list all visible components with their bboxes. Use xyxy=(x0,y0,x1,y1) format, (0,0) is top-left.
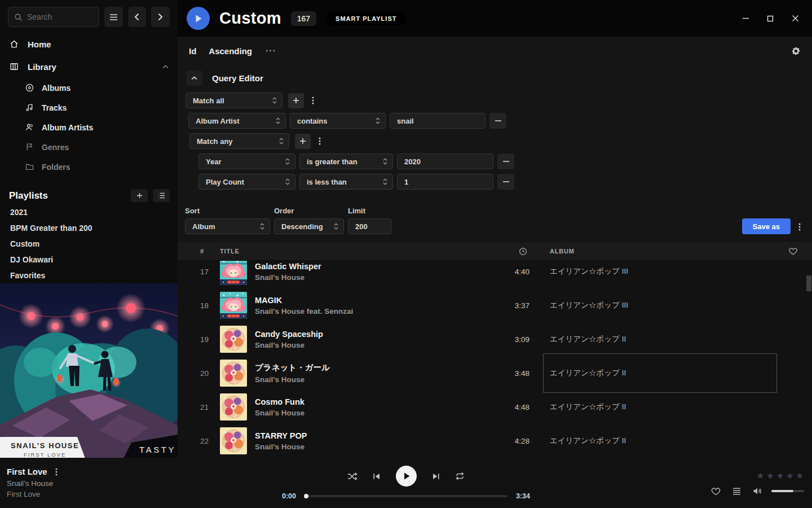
track-album[interactable]: エイリアン☆ポップ II xyxy=(550,424,787,458)
star-icon[interactable]: ★ xyxy=(786,471,794,481)
now-playing-options-kebab[interactable] xyxy=(55,468,58,476)
settings-gear-icon[interactable] xyxy=(791,46,801,56)
group-options-kebab[interactable] xyxy=(308,93,318,108)
duration-clock-icon[interactable] xyxy=(519,247,531,256)
match-any-select[interactable]: Match any xyxy=(189,133,289,149)
track-album-focused[interactable]: エイリアン☆ポップ II xyxy=(550,356,787,390)
track-number: 17 xyxy=(200,268,220,276)
volume-icon[interactable] xyxy=(753,487,763,495)
add-rule-button[interactable] xyxy=(288,93,304,108)
track-row[interactable]: 21 Cosmo Funk Snail’s House 4:48 エイリアン☆ポ… xyxy=(178,390,812,424)
nav-back-button[interactable] xyxy=(128,7,147,27)
now-playing-artwork[interactable]: SNAIL'S HOUSE FIRST LOVE TASTY xyxy=(0,283,178,458)
rule-field-select[interactable]: Album Artist xyxy=(188,113,286,129)
order-select[interactable]: Descending xyxy=(274,218,344,234)
rule-operator-select[interactable]: contains xyxy=(290,113,386,129)
add-rule-button[interactable] xyxy=(295,134,311,149)
rule-operator-select[interactable]: is less than xyxy=(299,174,393,190)
volume-slider[interactable] xyxy=(771,490,804,492)
playlist-item[interactable]: BPM Greater than 200 xyxy=(0,220,178,236)
group-options-kebab[interactable] xyxy=(315,134,325,149)
search-input[interactable] xyxy=(27,12,93,21)
now-playing-album[interactable]: First Love xyxy=(7,490,271,498)
nav-forward-button[interactable] xyxy=(151,7,170,27)
star-icon[interactable]: ★ xyxy=(776,471,784,481)
minimize-button[interactable] xyxy=(738,11,753,27)
rule-value-input[interactable] xyxy=(404,157,488,166)
play-pause-button[interactable] xyxy=(396,466,417,487)
next-track-button[interactable] xyxy=(432,472,440,480)
sidebar-item-folders[interactable]: Folders xyxy=(25,157,178,177)
favorite-column-icon[interactable] xyxy=(789,247,812,255)
track-number: 21 xyxy=(200,403,220,411)
track-album[interactable]: エイリアン☆ポップ III xyxy=(550,288,787,322)
add-playlist-button[interactable] xyxy=(131,189,148,202)
limit-input[interactable] xyxy=(355,222,386,231)
now-playing-artist[interactable]: Snail’s House xyxy=(7,479,271,488)
match-all-select[interactable]: Match all xyxy=(186,93,283,108)
track-album[interactable]: エイリアン☆ポップ III xyxy=(550,261,787,288)
sidebar-item-home[interactable]: Home xyxy=(0,33,178,55)
track-row[interactable]: 18 MAGIK Snail’s House feat. Sennzai 3:3… xyxy=(178,288,812,322)
search-box[interactable] xyxy=(8,7,99,27)
remove-rule-button[interactable] xyxy=(489,113,506,129)
sort-direction-control[interactable]: Ascending xyxy=(209,46,252,56)
chevron-up-icon[interactable] xyxy=(162,65,169,69)
maximize-button[interactable] xyxy=(762,11,778,27)
rule-value-input[interactable] xyxy=(397,117,480,125)
track-album[interactable]: エイリアン☆ポップ II xyxy=(550,390,787,424)
close-button[interactable] xyxy=(787,11,803,27)
collapse-query-editor-button[interactable] xyxy=(186,71,202,86)
queue-icon[interactable] xyxy=(732,488,741,495)
sidebar-item-genres[interactable]: Genres xyxy=(25,137,178,157)
track-title: STARRY POP xyxy=(255,431,488,440)
previous-track-button[interactable] xyxy=(373,472,381,480)
playlist-item[interactable]: 2021 xyxy=(0,204,178,220)
favorite-heart-icon[interactable] xyxy=(711,487,721,496)
seek-handle[interactable] xyxy=(304,494,308,498)
sort-field-control[interactable]: Id xyxy=(189,46,196,56)
play-playlist-button[interactable] xyxy=(187,7,210,30)
query-rule-row: Play Count is less than xyxy=(198,174,805,190)
match-any-value: Match any xyxy=(197,137,275,146)
playlist-item[interactable]: Custom xyxy=(0,236,178,252)
playlist-item[interactable]: Favorites xyxy=(0,268,178,283)
rule-field-select[interactable]: Year xyxy=(198,154,295,169)
track-duration: 4:40 xyxy=(488,268,531,276)
sidebar-item-library[interactable]: Library xyxy=(0,55,178,78)
rule-operator-select[interactable]: is greater than xyxy=(299,154,393,169)
save-as-button[interactable]: Save as xyxy=(742,218,791,234)
library-children: Albums Tracks Album Artists xyxy=(0,78,178,177)
sidebar-item-albums[interactable]: Albums xyxy=(25,78,178,98)
remove-rule-button[interactable] xyxy=(497,174,514,190)
track-artist: Snail’s House xyxy=(255,273,488,282)
more-options-control[interactable]: ··· xyxy=(266,46,276,56)
column-header-number[interactable]: # xyxy=(200,248,220,255)
sidebar-item-album-artists[interactable]: Album Artists xyxy=(25,117,178,137)
column-header-album[interactable]: ALBUM xyxy=(550,248,787,255)
column-header-title[interactable]: TITLE xyxy=(220,248,488,255)
sidebar-item-tracks[interactable]: Tracks xyxy=(25,98,178,117)
rule-field-select[interactable]: Play Count xyxy=(198,174,295,190)
playlist-item[interactable]: DJ Okawari xyxy=(0,252,178,268)
sort-select[interactable]: Album xyxy=(185,218,270,234)
rule-value-input[interactable] xyxy=(404,178,488,186)
star-icon[interactable]: ★ xyxy=(757,471,765,481)
vertical-scrollbar-thumb[interactable] xyxy=(806,275,811,291)
track-row[interactable]: 20 プラネット・ガール Snail’s House 3:48 エイリアン☆ポッ… xyxy=(178,356,812,390)
shuffle-button[interactable] xyxy=(347,472,358,481)
save-options-kebab[interactable] xyxy=(795,219,805,234)
menu-button[interactable] xyxy=(104,7,123,27)
seek-bar[interactable] xyxy=(304,495,508,497)
playlist-list-button[interactable] xyxy=(153,189,170,202)
remove-rule-button[interactable] xyxy=(497,154,514,169)
track-row[interactable]: 22 STARRY POP Snail’s House 4:28 エイリアン☆ポ… xyxy=(178,424,812,458)
star-icon[interactable]: ★ xyxy=(796,471,804,481)
star-icon[interactable]: ★ xyxy=(766,471,774,481)
track-row[interactable]: 19 Candy Spaceship Snail’s House 3:09 エイ… xyxy=(178,322,812,356)
track-duration: 3:48 xyxy=(488,369,531,378)
track-album[interactable]: エイリアン☆ポップ II xyxy=(550,322,787,356)
track-row[interactable]: 17 Galactic Whisper Snail’s House 4:40 エ… xyxy=(178,261,812,288)
rating-stars[interactable]: ★★★★★ xyxy=(757,471,804,481)
repeat-button[interactable] xyxy=(455,472,465,480)
